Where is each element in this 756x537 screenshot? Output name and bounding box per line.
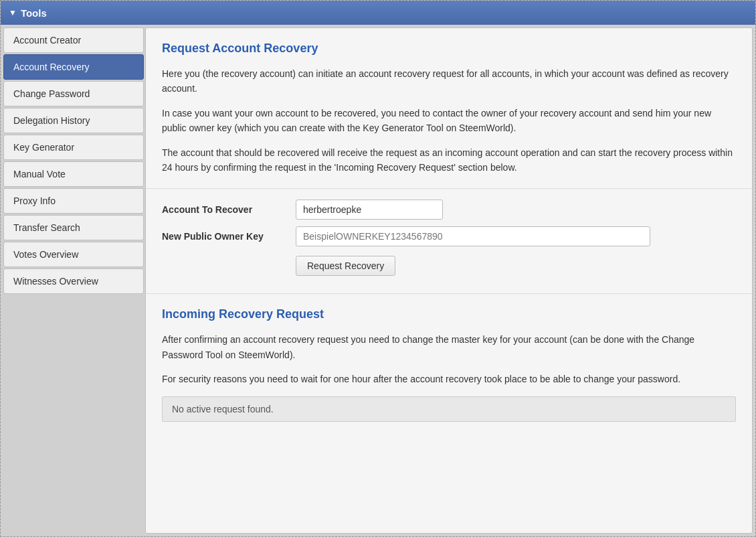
request-recovery-button-row: Request Recovery — [162, 253, 736, 276]
new-public-owner-key-input[interactable] — [296, 226, 650, 246]
sidebar-item-account-creator[interactable]: Account Creator — [3, 27, 144, 53]
sidebar: Account Creator Account Recovery Change … — [3, 27, 144, 534]
request-recovery-title: Request Account Recovery — [162, 42, 736, 56]
incoming-recovery-para1: After confirming an account recovery req… — [162, 332, 736, 362]
content-area: Request Account Recovery Here you (the r… — [145, 27, 753, 534]
sidebar-item-delegation-history[interactable]: Delegation History — [3, 108, 144, 133]
toolbar-title: Tools — [21, 7, 47, 19]
form-section: Account To Recover New Public Owner Key … — [146, 189, 752, 294]
request-recovery-para1: Here you (the recovery account) can init… — [162, 66, 736, 96]
account-to-recover-row: Account To Recover — [162, 200, 736, 220]
sidebar-item-manual-vote[interactable]: Manual Vote — [3, 161, 144, 187]
request-recovery-para3: The account that should be recovered wil… — [162, 145, 736, 175]
incoming-recovery-title: Incoming Recovery Request — [162, 307, 736, 321]
account-to-recover-input[interactable] — [296, 200, 443, 220]
request-recovery-section: Request Account Recovery Here you (the r… — [146, 28, 752, 189]
sidebar-item-key-generator[interactable]: Key Generator — [3, 135, 144, 160]
new-public-owner-key-row: New Public Owner Key — [162, 226, 736, 246]
request-recovery-para2: In case you want your own account to be … — [162, 106, 736, 136]
request-recovery-button[interactable]: Request Recovery — [296, 256, 395, 276]
main-content: Account Creator Account Recovery Change … — [1, 25, 755, 536]
sidebar-item-votes-overview[interactable]: Votes Overview — [3, 242, 144, 267]
toolbar-arrow: ▼ — [9, 8, 17, 17]
account-to-recover-label: Account To Recover — [162, 204, 296, 215]
no-request-message: No active request found. — [162, 396, 736, 422]
sidebar-item-account-recovery[interactable]: Account Recovery — [3, 54, 144, 80]
sidebar-item-proxy-info[interactable]: Proxy Info — [3, 188, 144, 214]
incoming-recovery-section: Incoming Recovery Request After confirmi… — [146, 294, 752, 435]
sidebar-item-transfer-search[interactable]: Transfer Search — [3, 215, 144, 240]
new-public-owner-key-label: New Public Owner Key — [162, 231, 296, 242]
toolbar: ▼ Tools — [1, 1, 755, 25]
incoming-recovery-para2: For security reasons you need to wait fo… — [162, 372, 736, 386]
sidebar-item-change-password[interactable]: Change Password — [3, 81, 144, 106]
sidebar-item-witnesses-overview[interactable]: Witnesses Overview — [3, 268, 144, 294]
